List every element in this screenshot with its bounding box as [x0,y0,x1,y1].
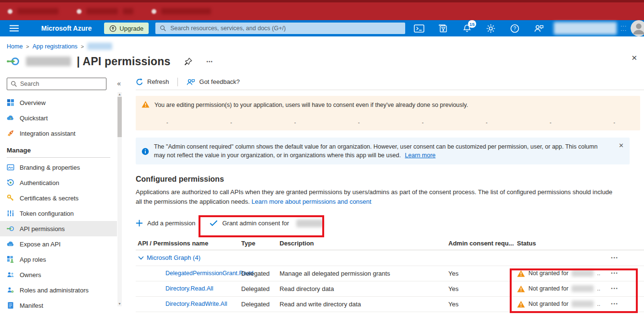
add-permission-button[interactable]: Add a permission [136,220,195,227]
microsoft-graph-group-toggle[interactable]: Microsoft Graph (4) [136,254,600,261]
sidebar-item[interactable]: Roles and administrators [0,282,117,298]
sidebar-item[interactable]: Branding & properties [0,160,117,175]
azure-brand[interactable]: Microsoft Azure [41,24,92,32]
sidebar-item[interactable]: App roles [0,252,117,267]
sidebar-item[interactable]: API permissions [0,221,117,236]
rocket-icon [7,129,14,137]
global-search-bar[interactable] [155,23,405,34]
sidebar-item[interactable]: Token configuration [0,206,117,221]
help-icon[interactable]: ? [509,22,521,35]
sidebar-item[interactable]: Expose an API [0,236,117,252]
admin-consent-required: Yes [446,270,515,277]
redacted-tenant-name [296,220,323,227]
tab-favicon [152,9,156,14]
permission-status: Not granted for .. [515,270,600,277]
breadcrumb-home[interactable]: Home [7,43,23,50]
col-header-admin-consent[interactable]: Admin consent requ... [446,240,515,247]
grant-admin-consent-button[interactable]: Grant admin consent for [210,220,323,227]
branding-icon [7,163,14,171]
sidebar-item-label: Authentication [20,179,59,186]
cloud-shell-icon[interactable] [413,22,425,35]
browser-tab[interactable] [149,4,214,19]
redacted-dash: - [294,119,296,127]
breadcrumb-separator: > [81,44,84,49]
azure-top-bar: Microsoft Azure Upgrade 15 ? ······ [0,20,644,36]
pin-icon[interactable] [184,58,192,66]
upgrade-label: Upgrade [119,25,143,32]
notification-badge: 15 [468,20,476,28]
redacted-dash: - [422,119,424,127]
got-feedback-button[interactable]: Got feedback? [186,78,240,86]
info-learn-more-link[interactable]: Learn more [405,152,435,159]
warning-triangle-icon [141,101,150,108]
redacted-tenant-name [572,285,594,292]
table-header-row: API / Permissions name Type Description … [136,237,644,250]
feedback-icon[interactable] [533,22,545,35]
tab-favicon [77,9,82,14]
sidebar-item[interactable]: Quickstart [0,110,117,126]
row-menu-icon[interactable]: ••• [600,256,629,260]
redacted-account-name[interactable] [554,22,617,35]
sidebar-scrollbar[interactable]: ▲ ▼ [117,92,122,306]
redacted-tab-title [17,8,59,14]
permission-type: Delegated [239,270,278,277]
sidebar-search-box[interactable] [7,78,106,90]
row-menu-icon[interactable]: ••• [600,271,629,276]
scroll-down-icon[interactable]: ▼ [118,302,121,306]
permission-name-link[interactable]: Directory.ReadWrite.All [136,301,239,307]
sidebar-item[interactable]: Certificates & secrets [0,190,117,206]
col-header-description[interactable]: Description [278,240,446,247]
sidebar-item-label: Integration assistant [20,130,75,137]
permission-status: Not granted for .. [515,301,600,308]
sidebar-item[interactable]: Overview [0,95,117,110]
settings-gear-icon[interactable] [485,22,497,35]
browser-tab[interactable] [5,4,61,19]
permission-row: Directory.ReadWrite.All Delegated Read a… [136,297,644,312]
upgrade-button[interactable]: Upgrade [104,23,149,34]
scrollbar-thumb[interactable] [117,97,122,137]
sidebar-item[interactable]: Manifest [0,298,117,313]
svg-text:?: ? [514,25,516,31]
add-permission-label: Add a permission [147,220,195,227]
search-icon [160,25,166,32]
plus-icon [136,220,143,227]
sidebar-item[interactable]: Integration assistant [0,126,117,141]
breadcrumb: Home > App registrations > [0,36,644,50]
admin-consent-required: Yes [446,301,515,308]
redacted-tab-title [123,8,133,14]
row-menu-icon[interactable]: ••• [600,286,629,291]
sidebar-item-label: App roles [20,256,46,263]
breadcrumb-app-registrations[interactable]: App registrations [33,43,78,50]
sidebar-item[interactable]: Authentication [0,175,117,190]
permission-name-link[interactable]: DelegatedPermissionGrant.Read [136,270,239,277]
col-header-type[interactable]: Type [239,240,278,247]
hamburger-menu-icon[interactable] [5,25,23,32]
col-header-name[interactable]: API / Permissions name [136,240,239,247]
permission-type: Delegated [239,301,278,308]
sidebar-search-input[interactable] [20,81,103,87]
feedback-label: Got feedback? [199,78,240,85]
permission-name-link[interactable]: Directory.Read.All [136,285,239,292]
redacted-breadcrumb-app-name[interactable] [87,43,112,50]
browser-tab[interactable] [74,4,136,19]
directory-filter-icon[interactable] [437,22,449,35]
avatar[interactable] [631,20,644,36]
refresh-button[interactable]: Refresh [136,78,169,86]
row-menu-icon[interactable]: ••• [600,302,629,306]
warning-triangle-icon [517,285,525,292]
redacted-tab-title [86,8,118,14]
blade-more-menu[interactable]: ••• [207,59,213,64]
permissions-consent-link[interactable]: Learn more about permissions and consent [251,198,371,205]
blade-close-icon[interactable]: ✕ [631,54,637,62]
notifications-bell-icon[interactable]: 15 [461,22,473,35]
col-header-status[interactable]: Status [515,240,600,247]
info-banner-close-icon[interactable]: ✕ [619,141,624,151]
redacted-dash: - [613,119,615,127]
roles-admins-icon [7,286,14,294]
sidebar-item-label: Branding & properties [20,164,80,171]
sidebar-item[interactable]: Owners [0,267,117,282]
scroll-up-icon[interactable]: ▲ [118,92,121,97]
global-search-input[interactable] [170,25,401,32]
sidebar-collapse-icon[interactable]: « [117,80,121,87]
refresh-icon [136,78,143,86]
